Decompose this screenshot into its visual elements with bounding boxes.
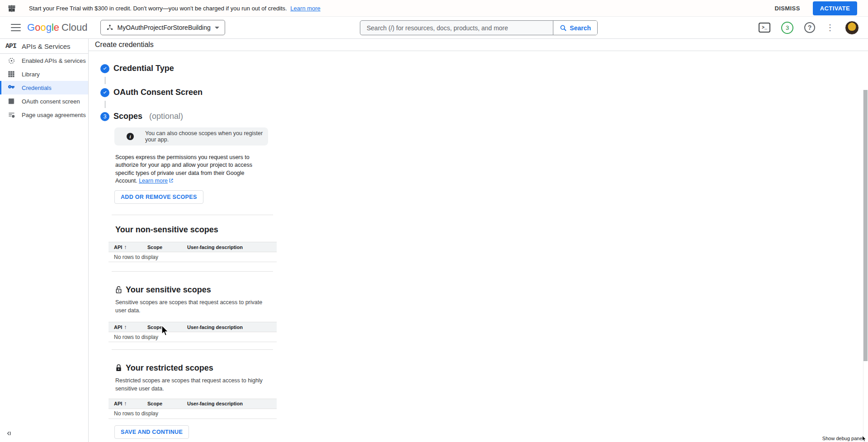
column-header-description[interactable]: User-facing description — [182, 399, 277, 409]
sidebar-item-label: OAuth consent screen — [22, 98, 80, 105]
save-and-continue-button[interactable]: SAVE AND CONTINUE — [114, 425, 189, 439]
scopes-description: Scopes express the permissions you reque… — [115, 154, 267, 185]
more-options-icon[interactable]: ⋮ — [826, 24, 834, 32]
sidebar-item-oauth-consent[interactable]: OAuth consent screen — [0, 94, 88, 108]
sidebar-item-label: Page usage agreements — [22, 112, 86, 118]
sidebar-item-label: Library — [22, 71, 40, 78]
chevron-down-icon — [215, 27, 219, 29]
dashboard-icon — [8, 57, 15, 64]
step-optional-label: (optional) — [149, 112, 183, 121]
avatar[interactable] — [845, 21, 859, 35]
help-icon[interactable]: ? — [804, 22, 815, 33]
lock-icon — [115, 364, 122, 372]
notifications-badge[interactable]: 3 — [781, 22, 793, 34]
learn-more-label: Learn more — [139, 178, 168, 184]
project-icon — [106, 24, 113, 31]
sidebar-item-page-usage[interactable]: Page usage agreements — [0, 108, 88, 122]
page-header: Create credentials — [89, 39, 868, 51]
dismiss-button[interactable]: DISMISS — [774, 5, 800, 12]
key-icon — [8, 84, 15, 91]
collapse-panel-icon[interactable] — [5, 430, 12, 437]
logo-letter: g — [46, 22, 52, 33]
external-link-icon — [169, 178, 174, 183]
scrollbar-thumb[interactable] — [863, 90, 868, 361]
step-connector — [105, 101, 105, 108]
scopes-info-box: i You can also choose scopes when you re… — [114, 127, 268, 146]
sidebar-header: API APIs & Services — [0, 39, 88, 54]
step-scopes: 3 Scopes (optional) — [100, 112, 868, 121]
project-selector[interactable]: MyOAuthProjectForStoreBuilding — [100, 20, 225, 35]
banner-text: Start your Free Trial with $300 in credi… — [29, 5, 321, 12]
lock-open-icon — [115, 286, 122, 294]
step-oauth-consent: OAuth Consent Screen — [100, 88, 868, 97]
scopes-description-text: Scopes express the permissions you reque… — [115, 154, 252, 184]
divider — [112, 349, 273, 350]
section-title: Your non-sensitive scopes — [115, 225, 218, 235]
sidebar-item-label: Enabled APIs & services — [22, 57, 86, 64]
sort-ascending-icon: ↑ — [124, 244, 127, 250]
mouse-cursor — [160, 325, 170, 337]
search-input[interactable] — [360, 21, 553, 35]
info-icon: i — [127, 133, 134, 140]
step-title: Scopes — [113, 112, 142, 121]
learn-more-link[interactable]: Learn more — [139, 178, 174, 184]
restricted-scopes-table: API↑ Scope User-facing description No ro… — [108, 399, 277, 419]
column-label: Scope — [147, 401, 162, 406]
column-header-description[interactable]: User-facing description — [182, 242, 277, 252]
column-label: User-facing description — [187, 401, 243, 406]
step-number-icon: 3 — [100, 112, 109, 121]
show-debug-panel-link[interactable]: Show debug panel — [822, 436, 863, 441]
secondary-cursor — [861, 436, 868, 442]
column-header-description[interactable]: User-facing description — [182, 322, 277, 332]
activate-button[interactable]: ACTIVATE — [813, 1, 857, 15]
search-button-label: Search — [570, 24, 591, 32]
sidebar: API APIs & Services Enabled APIs & servi… — [0, 39, 89, 442]
consent-screen-icon — [8, 98, 15, 105]
step-done-icon — [100, 64, 109, 73]
agreements-icon — [8, 111, 15, 118]
google-cloud-logo[interactable]: Google Cloud — [27, 22, 88, 33]
library-icon — [8, 71, 15, 78]
column-header-scope[interactable]: Scope — [142, 242, 182, 252]
sidebar-title: APIs & Services — [22, 42, 71, 50]
column-label: API — [114, 401, 122, 406]
banner-learn-more-link[interactable]: Learn more — [290, 5, 320, 12]
column-label: Scope — [147, 245, 162, 250]
column-header-api[interactable]: API↑ — [108, 322, 142, 332]
logo-letter: e — [54, 22, 59, 33]
empty-row: No rows to display — [108, 332, 277, 342]
column-header-api[interactable]: API↑ — [108, 399, 142, 409]
sort-ascending-icon: ↑ — [124, 324, 127, 330]
sidebar-item-enabled-apis[interactable]: Enabled APIs & services — [0, 54, 88, 67]
vertical-scrollbar[interactable] — [863, 90, 868, 442]
non-sensitive-scopes-table: API↑ Scope User-facing description No ro… — [108, 242, 277, 262]
search-bar: Search — [360, 20, 598, 35]
sensitive-scopes-table: API↑ Scope User-facing description No ro… — [108, 322, 277, 342]
column-header-scope[interactable]: Scope — [142, 399, 182, 409]
column-header-api[interactable]: API↑ — [108, 242, 142, 252]
add-or-remove-scopes-button[interactable]: ADD OR REMOVE SCOPES — [114, 190, 203, 204]
section-description: Restricted scopes are scopes that reques… — [115, 376, 269, 393]
menu-icon[interactable] — [11, 24, 21, 31]
section-description: Sensitive scopes are scopes that request… — [115, 298, 269, 315]
main-content: Create credentials Credential Type OAuth… — [89, 39, 868, 442]
step-connector — [105, 77, 105, 84]
sidebar-item-credentials[interactable]: Credentials — [0, 81, 88, 94]
column-label: API — [114, 245, 122, 250]
non-sensitive-scopes-header: Your non-sensitive scopes — [115, 225, 277, 235]
free-trial-banner: Start your Free Trial with $300 in credi… — [0, 0, 868, 17]
divider — [112, 271, 273, 272]
search-button[interactable]: Search — [553, 21, 597, 35]
empty-row: No rows to display — [108, 252, 277, 262]
column-label: API — [114, 324, 122, 330]
cloud-shell-icon[interactable]: >_ — [759, 23, 770, 33]
column-label: User-facing description — [187, 324, 243, 330]
section-title: Your sensitive scopes — [126, 285, 211, 295]
section-title: Your restricted scopes — [126, 363, 213, 373]
search-icon — [560, 24, 567, 32]
step-title: OAuth Consent Screen — [113, 88, 203, 97]
sidebar-item-library[interactable]: Library — [0, 67, 88, 81]
step-done-icon — [100, 88, 109, 97]
banner-message: Start your Free Trial with $300 in credi… — [29, 5, 287, 12]
project-name: MyOAuthProjectForStoreBuilding — [118, 24, 211, 31]
